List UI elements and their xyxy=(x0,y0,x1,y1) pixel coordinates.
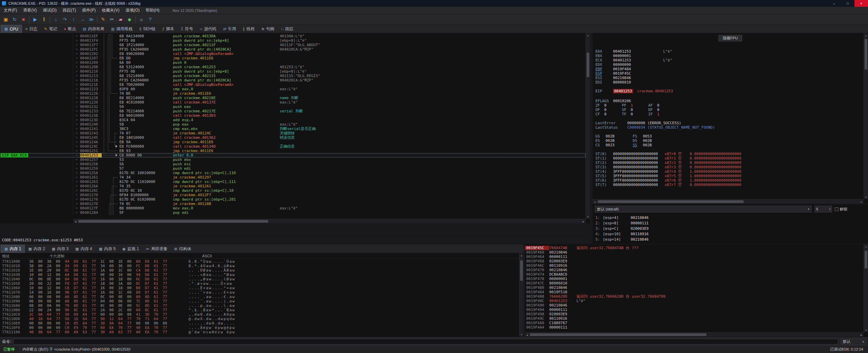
stack-row[interactable]: 0019F49400000111 xyxy=(525,308,864,312)
disasm-row[interactable]: ●00401202E8 99020000call <JMP.&DialogBox… xyxy=(0,52,586,56)
disasm-row[interactable]: ●0040126A74 35je crackme.4012A1 xyxy=(0,184,586,188)
menu-item-favourites[interactable]: 收藏夹(V) xyxy=(99,7,122,13)
scroll-thumb[interactable] xyxy=(865,251,867,268)
stack-row[interactable]: 0019F498020003E9 xyxy=(525,312,864,316)
tab-memory-map[interactable]: ▤内存布局 xyxy=(79,25,107,33)
last-status-row[interactable]: LastStatusC0000034 (STATUS_OBJECT_NAME_N… xyxy=(595,125,715,130)
animate-into-button[interactable]: ≫ xyxy=(87,15,96,23)
menu-item-view[interactable]: 查看(V) xyxy=(20,7,40,13)
argument-row[interactable]: 4:[esp+10]00110916 xyxy=(595,231,865,237)
breakpoint-dot[interactable]: ● xyxy=(73,131,80,135)
stack-row[interactable]: 0019F47800000001 xyxy=(525,277,864,281)
stack-row[interactable]: 0019F4840019F518 xyxy=(525,290,864,294)
disasm-row[interactable]: ●0040127D74 0Cje crackme.40128B xyxy=(0,202,586,206)
dump-row[interactable]: 7761108006000800A08D61770C000E00808D6177… xyxy=(0,295,519,299)
scroll-thumb[interactable] xyxy=(587,53,589,77)
disasm-row[interactable]: ●004011FCFF35 CA204000push dword ptr ds:… xyxy=(0,47,586,52)
breakpoint-dot[interactable]: ● xyxy=(73,52,80,56)
breakpoint-dot[interactable]: ● xyxy=(73,113,80,118)
stack-row[interactable]: 0019F4A0C1880767 xyxy=(525,321,864,325)
stack-row[interactable]: 0019F47C80006010 xyxy=(525,281,864,285)
tab-dump4[interactable]: ▦内存 4 xyxy=(72,245,95,253)
disasm-row[interactable]: ●00401251EB 93jmp crackme.4011E6 xyxy=(0,149,586,153)
disassembly-pane[interactable]: ●004011EF68 0A134000push crackme.40130A4… xyxy=(0,33,590,223)
breakpoint-dot[interactable]: ● xyxy=(73,118,80,122)
run-to-user-code-button[interactable]: → xyxy=(78,15,87,23)
step-over-button[interactable]: ↷ xyxy=(60,15,69,23)
step-into-button[interactable]: ↓ xyxy=(52,15,60,23)
breakpoint-dot[interactable]: ● xyxy=(73,65,80,69)
unlock-checkbox[interactable]: 解锁 xyxy=(835,207,847,212)
disasm-row[interactable]: ●0040122DE8 4C010000call crackme.40137Ee… xyxy=(0,100,586,105)
fpu-register-row[interactable]: ST(5)3FFF8000000000000000x87r5 空1.000000… xyxy=(595,174,741,178)
flag-cf[interactable]: CF0 xyxy=(595,112,622,116)
breakpoint-dot[interactable]: ● xyxy=(73,78,80,82)
disasm-row[interactable]: ●0040121368 15214000push crackme.4021154… xyxy=(0,74,586,78)
breakpoint-dot[interactable]: ● xyxy=(73,56,80,60)
dump-row[interactable]: 776110003600380094D961771C001E0060D96177… xyxy=(0,259,519,264)
segment-row[interactable]: ES002BDS002B xyxy=(595,138,670,143)
command-input[interactable] xyxy=(13,339,838,345)
segment-row[interactable]: CS0023SS002B xyxy=(595,143,670,147)
fpu-register-row[interactable]: ST(7)00000000000000000000x87r7 空0.000000… xyxy=(595,183,741,187)
dump-row[interactable]: 776110701400160098D761771A001C0080D76177… xyxy=(0,290,519,295)
tab-breakpoints[interactable]: ●断点 xyxy=(60,25,79,33)
disasm-row[interactable]: ●0040127FB8 00000000mov eax,0eax:L"è" xyxy=(0,206,586,210)
segment-es[interactable]: ES002B xyxy=(595,138,633,143)
tab-trace[interactable]: ∷跟踪 xyxy=(278,25,297,33)
disasm-row[interactable]: ●0040122868 8E214000push crackme.40218En… xyxy=(0,96,586,100)
disasm-hscrollbar[interactable]: ◀ ▶ xyxy=(73,219,586,223)
flag-tf[interactable]: TF0 xyxy=(622,112,648,116)
disasm-row[interactable]: ●0040120B68 53124000push crackme.4012534… xyxy=(0,65,586,69)
stack-row[interactable]: 0019F49000210846 xyxy=(525,303,864,308)
scroll-thumb[interactable] xyxy=(520,260,523,281)
register-row-ebx[interactable]: EBX00000001 xyxy=(595,54,863,58)
fpu-register-row[interactable]: ST(3)00000000000000000000x87r3 空0.000000… xyxy=(595,165,741,169)
dump-row[interactable]: 776110201E002000DCD861771A001C00C4D86177… xyxy=(0,268,519,273)
dump-row[interactable]: 7761103010001200A4D861770E00100094D86177… xyxy=(0,273,519,277)
dump-row[interactable]: 7761109006000800A88D6177040006007C8D6177… xyxy=(0,299,519,303)
open-file-button[interactable]: ▣ xyxy=(1,15,10,23)
disasm-row[interactable]: ●0040125957push edi xyxy=(0,166,586,171)
dump-row[interactable]: 776110A008000A00708D61770C000E005C8D6177… xyxy=(0,303,519,308)
breakpoint-dot[interactable]: ● xyxy=(73,82,80,87)
help-button[interactable]: ? xyxy=(146,15,155,23)
dump-row[interactable]: 776110B022002400908C61772A002C00608C6177… xyxy=(0,308,519,312)
stack-row[interactable]: 0019F46000210846 xyxy=(525,250,864,255)
disasm-row[interactable]: ●0040124AEB 9Ajmp crackme.4011E6 xyxy=(0,140,586,144)
pause-button[interactable]: ‖ xyxy=(40,15,48,23)
args-count-spinner[interactable]: 5 ▴▾ xyxy=(814,206,832,212)
dump-row[interactable]: 7761105020002200F8D7617718001A00DCD76177… xyxy=(0,281,519,286)
scroll-up-icon[interactable]: ▲ xyxy=(586,33,590,38)
tab-references[interactable]: ⇄引用 xyxy=(220,25,239,33)
disasm-row[interactable]: ●004012413BC3cmp eax,ebx判断serial是否正确 xyxy=(0,127,586,131)
breakpoint-dot[interactable]: ● xyxy=(73,140,80,144)
disasm-row[interactable]: ●0040124058pop eaxeax:L"è" xyxy=(0,122,586,127)
disasm-row[interactable]: ●004012700F84 81000000je crackme.4012F7 xyxy=(0,193,586,197)
disasm-row[interactable]: ●004012845Fpop edi xyxy=(0,210,586,215)
breakpoint-dot[interactable]: ● xyxy=(73,34,80,38)
calling-convention-select[interactable]: 默认 (stdcall) ▾ xyxy=(595,206,812,212)
flag-pf[interactable]: PF1 xyxy=(622,103,648,108)
disasm-row[interactable]: ●004011EF68 0A134000push crackme.40130A4… xyxy=(0,34,586,38)
menu-item-debug[interactable]: 调试(D) xyxy=(40,7,60,13)
breakpoint-dot[interactable]: ● xyxy=(73,188,80,193)
stack-row[interactable]: 0019F45C766847AB返回到 user32.766847AB 自 ??… xyxy=(525,246,864,250)
breakpoint-dot[interactable]: ● xyxy=(73,43,80,47)
stack-hscrollbar[interactable]: ◀ ▶ xyxy=(525,332,864,337)
stack-row[interactable]: 0019F47000210846 xyxy=(525,268,864,272)
breakpoint-dot[interactable]: ● xyxy=(73,171,80,175)
register-row-ebp[interactable]: EBP0019F484 xyxy=(595,67,863,71)
disasm-row[interactable]: ●00401276817D 0C 01020000cmp dword ptr s… xyxy=(0,197,586,202)
breakpoint-dot[interactable]: ● xyxy=(73,206,80,210)
breakpoint-dot[interactable]: ● xyxy=(73,153,80,157)
stack-row[interactable]: 0019F46C00110916 xyxy=(525,263,864,268)
breakpoint-dot[interactable]: ● xyxy=(73,69,80,74)
breakpoint-dot[interactable]: ● xyxy=(73,157,80,162)
breakpoint-dot[interactable]: ● xyxy=(73,184,80,188)
dump-row[interactable]: 776110F000000000C0E9707760EA707740EA7077… xyxy=(0,326,519,330)
dump-row[interactable]: 776110D040186477581664779012647770716477… xyxy=(0,317,519,321)
registers-pane[interactable]: 隐藏FPU EAX00401253L"è"EBX00000001ECX00401… xyxy=(593,33,868,204)
breakpoint-dot[interactable]: ● xyxy=(73,91,80,96)
stack-pane[interactable]: 0019F45C766847AB返回到 user32.766847AB 自 ??… xyxy=(525,244,868,337)
